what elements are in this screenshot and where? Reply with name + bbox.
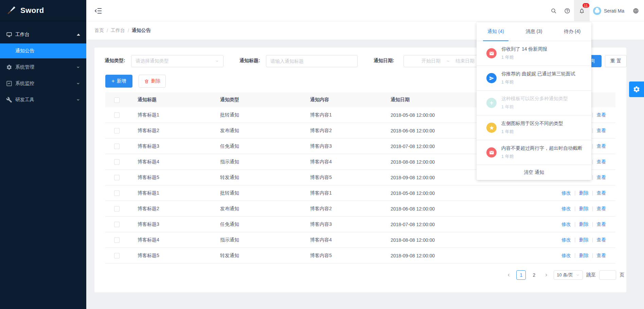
page-number-1[interactable]: 1 <box>516 270 526 280</box>
delete-button[interactable]: 删除 <box>139 75 166 88</box>
notification-tab-1[interactable]: 消息 (3) <box>515 22 553 41</box>
notification-item[interactable]: 左侧图标用于区分不同的类型1 年前 <box>477 115 591 140</box>
cell-notice-date: 2018-08-08 12:00:00 <box>391 237 561 243</box>
sidebar-item-system-management[interactable]: 系统管理 <box>0 60 86 75</box>
add-button[interactable]: + 新增 <box>105 75 132 88</box>
row-action-view[interactable]: 查看 <box>596 159 606 164</box>
select-all-checkbox[interactable] <box>114 97 120 103</box>
row-action-delete[interactable]: 删除 <box>579 237 589 242</box>
row-action-edit[interactable]: 修改 <box>561 221 571 227</box>
notice-title-input[interactable] <box>270 58 353 64</box>
row-action-view[interactable]: 查看 <box>596 190 606 196</box>
row-action-view[interactable]: 查看 <box>596 112 606 117</box>
row-action-view[interactable]: 查看 <box>596 128 606 133</box>
row-checkbox[interactable] <box>114 112 120 118</box>
chevron-down-icon <box>215 59 219 63</box>
plus-icon: + <box>486 98 497 108</box>
page-size-select[interactable]: 10 条/页 <box>554 270 583 280</box>
date-start-placeholder: 开始日期 <box>422 58 441 64</box>
row-checkbox[interactable] <box>114 253 120 258</box>
breadcrumb-home[interactable]: 首页 <box>94 28 104 34</box>
row-checkbox[interactable] <box>114 190 120 196</box>
cell-notice-content: 博客内容2 <box>310 206 391 212</box>
row-checkbox[interactable] <box>114 159 120 165</box>
notification-tab-2[interactable]: 待办 (4) <box>553 22 591 41</box>
row-action-view[interactable]: 查看 <box>596 253 606 258</box>
row-action-delete[interactable]: 删除 <box>579 221 589 227</box>
cell-notice-content: 博客内容4 <box>310 159 391 165</box>
notification-item[interactable]: 内容不要超过两行字，超出时自动截断1 年前 <box>477 140 591 165</box>
action-divider: | <box>592 112 593 117</box>
prev-page-icon[interactable] <box>505 271 513 279</box>
notification-time: 1 年前 <box>501 79 583 85</box>
row-checkbox[interactable] <box>114 237 120 243</box>
notification-badge: 11 <box>582 3 589 8</box>
notification-item[interactable]: 你推荐的 曲妮妮 已通过第三轮面试1 年前 <box>477 66 591 91</box>
row-action-view[interactable]: 查看 <box>596 237 606 242</box>
cell-notice-title: 博客标题5 <box>138 175 220 181</box>
wrench-icon <box>6 97 12 103</box>
row-action-edit[interactable]: 修改 <box>561 206 571 211</box>
cell-notice-title: 博客标题2 <box>138 206 220 212</box>
action-divider: | <box>574 253 576 258</box>
jump-label: 跳至 <box>586 272 596 278</box>
reset-button[interactable]: 重 置 <box>605 55 627 67</box>
settings-button[interactable] <box>629 81 644 97</box>
row-checkbox[interactable] <box>114 128 120 133</box>
sidebar-item-label: 工作台 <box>15 32 77 38</box>
sidebar-item-notice[interactable]: 通知公告 <box>0 43 86 58</box>
select-placeholder: 请选择通知类型 <box>136 58 169 64</box>
collapse-sidebar-icon[interactable] <box>94 7 103 15</box>
notice-type-select[interactable]: 请选择通知类型 <box>131 55 223 67</box>
breadcrumb-separator: / <box>107 28 108 33</box>
row-action-edit[interactable]: 修改 <box>561 190 571 196</box>
notification-tab-0[interactable]: 通知 (4) <box>477 22 515 41</box>
cell-notice-date: 2018-09-08 12:00:00 <box>391 253 561 258</box>
breadcrumb-workbench[interactable]: 工作台 <box>111 28 125 34</box>
notification-item[interactable]: 你收到了 14 份新周报1 年前 <box>477 41 591 66</box>
bird-icon <box>486 73 497 83</box>
chevron-down-icon <box>576 273 580 277</box>
cell-notice-title: 博客标题4 <box>138 159 220 165</box>
row-checkbox[interactable] <box>114 206 120 212</box>
row-action-edit[interactable]: 修改 <box>561 253 571 258</box>
cell-notice-content: 博客内容2 <box>310 128 391 134</box>
date-end-placeholder: 结束日期 <box>455 58 475 64</box>
table-row: 博客标题3任免通知博客内容32018-07-08 12:00:00修改|删除|查… <box>105 217 615 232</box>
row-action-delete[interactable]: 删除 <box>579 253 589 258</box>
page-unit-label: 页 <box>620 272 624 278</box>
action-divider: | <box>574 221 576 227</box>
row-checkbox[interactable] <box>114 175 120 180</box>
row-action-delete[interactable]: 删除 <box>579 206 589 211</box>
search-icon[interactable] <box>547 0 560 21</box>
row-checkbox[interactable] <box>114 144 120 149</box>
cell-notice-content: 博客内容3 <box>310 221 391 228</box>
sidebar-item-system-monitor[interactable]: 系统监控 <box>0 76 86 91</box>
notification-list: 你收到了 14 份新周报1 年前你推荐的 曲妮妮 已通过第三轮面试1 年前+这种… <box>477 41 591 165</box>
monitor-icon <box>6 32 12 38</box>
user-menu[interactable]: Serati Ma <box>590 0 628 21</box>
action-divider: | <box>592 159 593 164</box>
row-action-view[interactable]: 查看 <box>596 143 606 149</box>
language-globe-icon[interactable] <box>628 0 644 21</box>
sidebar-item-workbench[interactable]: 工作台 <box>0 27 86 42</box>
cell-notice-title: 博客标题1 <box>138 190 220 196</box>
jump-page-input[interactable] <box>599 270 616 280</box>
row-action-delete[interactable]: 删除 <box>579 190 589 196</box>
row-action-view[interactable]: 查看 <box>596 221 606 227</box>
notification-title: 内容不要超过两行字，超出时自动截断 <box>501 145 583 151</box>
row-checkbox[interactable] <box>114 222 120 227</box>
brand-name: Sword <box>20 6 44 15</box>
notification-item[interactable]: +这种模板可以区分多种通知类型1 年前 <box>477 91 591 115</box>
action-divider: | <box>592 128 593 133</box>
clear-notifications-button[interactable]: 清空 通知 <box>477 165 591 180</box>
help-icon[interactable] <box>560 0 574 21</box>
sidebar-item-dev-tools[interactable]: 研发工具 <box>0 92 86 107</box>
row-action-edit[interactable]: 修改 <box>561 237 571 242</box>
row-action-view[interactable]: 查看 <box>596 175 606 180</box>
next-page-icon[interactable] <box>542 271 550 279</box>
page-number-2[interactable]: 2 <box>529 270 539 280</box>
notifications-bell[interactable]: 11 <box>574 0 590 21</box>
cell-notice-type: 批转通知 <box>220 112 310 118</box>
row-action-view[interactable]: 查看 <box>596 206 606 211</box>
